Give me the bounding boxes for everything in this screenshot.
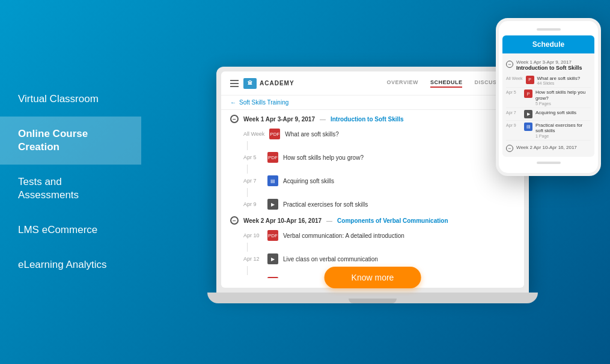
- phone-item-3: Apr 9 ▤ Practical exercises for soft ski…: [506, 121, 591, 141]
- laptop-screen-outer: 🏛 ACADEMY OVERVIEW SCHEDULE DISCUSSIONS …: [216, 67, 529, 293]
- phone-week2-collapse[interactable]: −: [506, 145, 513, 152]
- schedule-content: − Week 1 Apr 3-Apr 9, 2017 — Introductio…: [221, 110, 524, 278]
- phone-item-1: Apr 5 P How soft skills help you grow? 5…: [506, 88, 591, 108]
- logo-icon: 🏛: [243, 78, 257, 89]
- app-logo: 🏛 ACADEMY: [243, 78, 294, 89]
- laptop-mockup: 🏛 ACADEMY OVERVIEW SCHEDULE DISCUSSIONS …: [216, 67, 529, 303]
- week1-header: − Week 1 Apr 3-Apr 9, 2017 — Introductio…: [230, 115, 515, 123]
- phone-content: − Week 1 Apr 3-Apr 9, 2017 Introduction …: [502, 53, 594, 157]
- divider: [247, 141, 248, 150]
- phone-schedule-header: Schedule: [502, 35, 594, 53]
- sidebar: Virtual Classroom Online Course Creation…: [0, 0, 141, 364]
- app-header-left: 🏛 ACADEMY: [230, 78, 294, 89]
- phone-mockup: Schedule − Week 1 Apr 3-Apr 9, 2017 Intr…: [496, 18, 601, 176]
- sidebar-item-virtual-classroom[interactable]: Virtual Classroom: [0, 82, 141, 117]
- week1-item-3: Apr 9 ▶ Practical exercises for soft ski…: [243, 197, 515, 211]
- video-icon: ▶: [267, 199, 278, 210]
- week2-header: − Week 2 Apr 10-Apr 16, 2017 — Component…: [230, 216, 515, 225]
- sidebar-item-online-course-creation[interactable]: Online Course Creation: [0, 117, 141, 165]
- phone-week1-header: − Week 1 Apr 3-Apr 9, 2017 Introduction …: [506, 57, 591, 74]
- phone-week1-collapse[interactable]: −: [506, 61, 513, 68]
- pdf-icon: PDF: [267, 152, 278, 163]
- laptop-base: [207, 293, 538, 303]
- phone-item-0: All Week P What are soft skills? 44 Slid…: [506, 74, 591, 88]
- week1-item-2: Apr 7 ▤ Acquiring soft skills: [243, 174, 515, 188]
- week1-item-1: Apr 5 PDF How soft skills help you grow?: [243, 150, 515, 165]
- slides-icon: ▤: [267, 175, 278, 186]
- breadcrumb: ← Soft Skills Training: [221, 96, 524, 110]
- week1-item-0: All Week PDF What are soft skills?: [243, 127, 515, 141]
- app-header: 🏛 ACADEMY OVERVIEW SCHEDULE DISCUSSIONS: [221, 71, 524, 96]
- hamburger-menu[interactable]: [230, 80, 239, 87]
- week2-item-1: Apr 12 ▶ Live class on verbal communicat…: [243, 252, 515, 266]
- pdf-icon: PDF: [267, 277, 278, 278]
- sidebar-item-tests-and-assessments[interactable]: Tests and Assessments: [0, 165, 141, 213]
- sidebar-item-lms-ecommerce[interactable]: LMS eCommerce: [0, 213, 141, 247]
- main-content: 🏛 ACADEMY OVERVIEW SCHEDULE DISCUSSIONS …: [141, 0, 610, 364]
- phone-speaker: [537, 28, 561, 31]
- back-arrow-icon[interactable]: ←: [230, 99, 236, 106]
- phone-pdf-icon: P: [526, 76, 534, 84]
- phone-week2-header: − Week 2 Apr 10-Apr 16, 2017: [506, 141, 591, 153]
- phone-video-icon: ▶: [524, 110, 532, 118]
- nav-schedule[interactable]: SCHEDULE: [430, 79, 463, 88]
- phone-screen: Schedule − Week 1 Apr 3-Apr 9, 2017 Intr…: [502, 35, 594, 157]
- pdf-icon: PDF: [269, 129, 280, 139]
- divider: [247, 243, 248, 252]
- divider: [247, 188, 248, 197]
- phone-pdf-icon: P: [524, 89, 532, 98]
- video-icon: ▶: [267, 253, 278, 264]
- divider: [247, 266, 248, 275]
- know-more-button[interactable]: Know more: [325, 267, 421, 288]
- week2-item-0: Apr 10 PDF Verbal communication: A detai…: [243, 228, 515, 243]
- phone-home-indicator: [537, 162, 561, 164]
- divider: [247, 165, 248, 174]
- pdf-icon: PDF: [267, 230, 278, 241]
- week1-collapse-btn[interactable]: −: [230, 115, 239, 123]
- nav-overview[interactable]: OVERVIEW: [387, 79, 418, 88]
- sidebar-item-elearning-analytics[interactable]: eLearning Analytics: [0, 247, 141, 282]
- week2-collapse-btn[interactable]: −: [230, 216, 239, 225]
- laptop-screen: 🏛 ACADEMY OVERVIEW SCHEDULE DISCUSSIONS …: [221, 71, 524, 288]
- phone-slides-icon: ▤: [524, 123, 532, 131]
- phone-item-2: Apr 7 ▶ Acquiring soft skills: [506, 108, 591, 121]
- week1-section: − Week 1 Apr 3-Apr 9, 2017 — Introductio…: [230, 115, 515, 211]
